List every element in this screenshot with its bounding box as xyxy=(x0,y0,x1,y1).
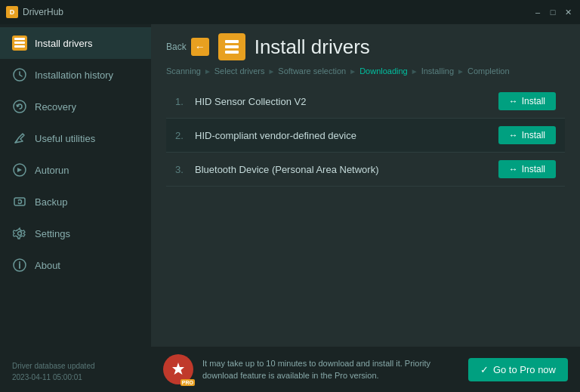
driver-name-2: HID-compliant vendor-defined device xyxy=(195,130,492,141)
sidebar-label-settings: Settings xyxy=(35,228,70,239)
driver-num-2: 2. xyxy=(175,130,189,141)
breadcrumb-sep-5: ► xyxy=(457,67,464,76)
breadcrumb-sep-3: ► xyxy=(349,67,356,76)
useful-utilities-icon xyxy=(12,131,27,146)
table-row: 2. HID-compliant vendor-defined device ↔… xyxy=(166,119,565,153)
installation-history-icon xyxy=(12,67,27,82)
install-icon-1: ↔ xyxy=(509,96,518,106)
svg-point-8 xyxy=(18,200,22,204)
install-drivers-icon xyxy=(12,35,27,51)
svg-rect-2 xyxy=(14,45,25,48)
breadcrumb-sep-1: ► xyxy=(204,67,211,76)
breadcrumb-software-selection: Software selection xyxy=(278,66,346,76)
svg-rect-15 xyxy=(225,45,239,48)
sidebar-label-installation-history: Installation history xyxy=(35,69,113,81)
page-title: Install drivers xyxy=(255,35,370,59)
install-icon-3: ↔ xyxy=(509,164,518,174)
go-to-pro-button[interactable]: ✓ Go to Pro now xyxy=(468,358,568,381)
sidebar-footer: Driver database updated 2023-04-11 05:00… xyxy=(0,351,151,392)
breadcrumb-sep-2: ► xyxy=(267,67,275,76)
breadcrumb-downloading: Downloading xyxy=(359,66,408,76)
sidebar-item-installation-history[interactable]: Installation history xyxy=(0,59,151,91)
pro-badge: PRO xyxy=(180,379,195,386)
svg-point-10 xyxy=(18,232,22,236)
svg-rect-16 xyxy=(225,51,239,54)
sidebar-label-backup: Backup xyxy=(35,196,67,208)
svg-point-13 xyxy=(19,261,20,263)
svg-rect-14 xyxy=(225,40,239,43)
db-updated-label: Driver database updated xyxy=(12,360,139,372)
sidebar-label-useful-utilities: Useful utilities xyxy=(35,133,95,144)
breadcrumb-scanning: Scanning xyxy=(166,66,201,76)
backup-icon xyxy=(12,194,27,209)
breadcrumb: Scanning ► Select drivers ► Software sel… xyxy=(151,60,580,82)
driver-num-3: 3. xyxy=(175,164,189,175)
install-icon-2: ↔ xyxy=(509,130,518,140)
close-button[interactable]: ✕ xyxy=(562,6,574,18)
bottom-banner: PRO It may take up to 10 minutes to down… xyxy=(151,347,580,392)
sidebar-item-install-drivers[interactable]: Install drivers xyxy=(0,27,151,59)
driver-name-1: HID Sensor Collection V2 xyxy=(195,96,492,107)
content-header: Back ← Install drivers xyxy=(151,24,580,60)
breadcrumb-installing: Installing xyxy=(421,66,454,76)
svg-rect-7 xyxy=(14,198,25,205)
go-pro-label: Go to Pro now xyxy=(493,364,556,375)
settings-icon xyxy=(12,226,27,241)
pro-icon: PRO xyxy=(163,354,193,384)
breadcrumb-sep-4: ► xyxy=(411,67,418,76)
driver-name-3: Bluetooth Device (Personal Area Network) xyxy=(195,164,492,175)
autorun-icon xyxy=(12,162,27,177)
about-icon xyxy=(12,258,27,273)
db-updated-date: 2023-04-11 05:00:01 xyxy=(12,372,139,383)
sidebar-item-autorun[interactable]: Autorun xyxy=(0,154,151,186)
install-label-1: Install xyxy=(522,96,545,106)
svg-point-4 xyxy=(14,100,26,113)
banner-text: It may take up to 10 minutes to download… xyxy=(202,357,459,382)
install-button-1[interactable]: ↔ Install xyxy=(498,92,556,110)
app-title: DriverHub xyxy=(23,7,63,17)
driver-list: 1. HID Sensor Collection V2 ↔ Install 2.… xyxy=(151,82,580,347)
svg-rect-0 xyxy=(14,38,25,40)
sidebar-label-recovery: Recovery xyxy=(35,101,76,113)
svg-rect-1 xyxy=(14,42,25,44)
checkmark-icon: ✓ xyxy=(480,364,489,375)
sidebar-item-useful-utilities[interactable]: Useful utilities xyxy=(0,122,151,154)
maximize-button[interactable]: □ xyxy=(547,6,559,18)
sidebar-item-recovery[interactable]: Recovery xyxy=(0,91,151,122)
app-body: Install drivers Installation history xyxy=(0,24,580,392)
install-label-3: Install xyxy=(522,164,545,174)
install-button-3[interactable]: ↔ Install xyxy=(498,160,556,178)
breadcrumb-select-drivers: Select drivers xyxy=(214,66,265,76)
back-label: Back xyxy=(166,42,187,52)
sidebar-item-about[interactable]: About xyxy=(0,249,151,281)
sidebar-label-about: About xyxy=(35,260,60,271)
page-icon xyxy=(218,33,245,60)
breadcrumb-completion: Completion xyxy=(467,66,510,76)
sidebar: Install drivers Installation history xyxy=(0,24,151,392)
svg-rect-9 xyxy=(17,200,18,203)
title-bar: D DriverHub – □ ✕ xyxy=(0,0,580,24)
main-content: Back ← Install drivers Scanning ► Select… xyxy=(151,24,580,392)
driver-num-1: 1. xyxy=(175,96,189,107)
table-row: 1. HID Sensor Collection V2 ↔ Install xyxy=(166,85,565,119)
minimize-button[interactable]: – xyxy=(532,6,544,18)
install-button-2[interactable]: ↔ Install xyxy=(498,126,556,144)
sidebar-nav: Install drivers Installation history xyxy=(0,24,151,351)
sidebar-item-settings[interactable]: Settings xyxy=(0,218,151,249)
sidebar-item-backup[interactable]: Backup xyxy=(0,186,151,218)
window-controls: – □ ✕ xyxy=(532,6,574,18)
back-button[interactable]: Back ← xyxy=(166,38,209,56)
app-icon: D xyxy=(6,6,18,18)
install-label-2: Install xyxy=(522,130,545,140)
sidebar-label-install-drivers: Install drivers xyxy=(35,38,93,49)
recovery-icon xyxy=(12,99,27,114)
back-arrow-icon: ← xyxy=(191,38,209,56)
sidebar-label-autorun: Autorun xyxy=(35,165,69,176)
title-bar-left: D DriverHub xyxy=(6,6,63,18)
table-row: 3. Bluetooth Device (Personal Area Netwo… xyxy=(166,153,565,187)
